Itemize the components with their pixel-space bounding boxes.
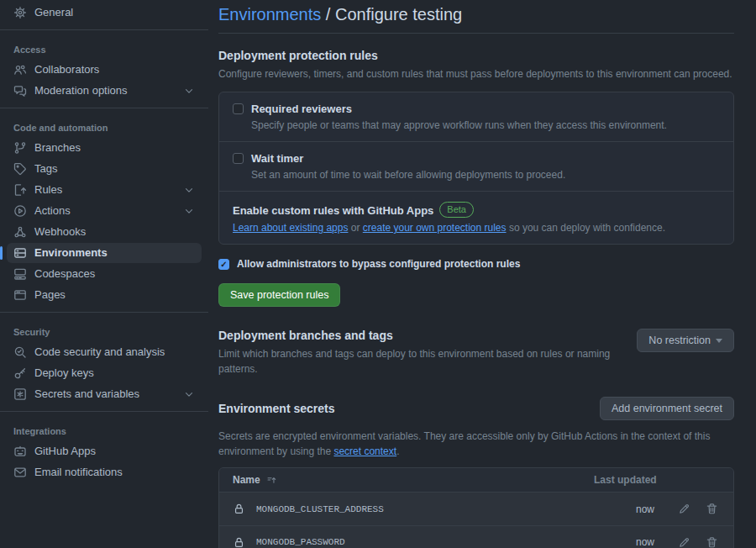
required-reviewers-checkbox[interactable] bbox=[233, 103, 244, 114]
custom-rules-links: Learn about existing apps or create your… bbox=[233, 222, 720, 234]
wait-timer-label[interactable]: Wait timer bbox=[251, 152, 303, 165]
server-icon bbox=[13, 246, 27, 260]
breadcrumb-separator: / bbox=[321, 5, 335, 24]
environment-secrets-description: Secrets are encrypted environment variab… bbox=[218, 429, 711, 459]
sidebar-item-label: Webhooks bbox=[34, 225, 86, 239]
edit-secret-button[interactable] bbox=[676, 501, 692, 517]
chevron-down-icon bbox=[183, 205, 195, 217]
sidebar-divider bbox=[0, 29, 208, 30]
secret-context-link[interactable]: secret context bbox=[333, 445, 396, 457]
sidebar-item-label: Collaborators bbox=[34, 63, 99, 76]
sidebar-item-tags[interactable]: Tags bbox=[7, 159, 202, 179]
wait-timer-checkbox[interactable] bbox=[233, 153, 244, 164]
rule-required-reviewers: Required reviewers Specify people or tea… bbox=[219, 92, 733, 141]
name-column-header[interactable]: Name bbox=[233, 474, 594, 486]
sidebar-item-webhooks[interactable]: Webhooks bbox=[7, 222, 202, 242]
beta-badge: Beta bbox=[439, 202, 474, 218]
learn-existing-apps-link[interactable]: Learn about existing apps bbox=[233, 222, 348, 234]
bypass-checkbox[interactable] bbox=[218, 259, 229, 270]
sidebar-item-collaborators[interactable]: Collaborators bbox=[7, 60, 202, 80]
sidebar-item-rules[interactable]: Rules bbox=[7, 180, 202, 200]
sidebar-item-label: Environments bbox=[34, 246, 108, 260]
sidebar-item-label: Tags bbox=[34, 162, 57, 176]
bypass-row: Allow administrators to bypass configure… bbox=[218, 258, 734, 270]
branch-restriction-value: No restriction bbox=[648, 335, 711, 346]
settings-page: General Access Collaborators Moderation … bbox=[0, 0, 756, 548]
secret-name: MONGODB_PASSWORD bbox=[256, 537, 345, 547]
protection-rules-heading: Deployment protection rules bbox=[218, 49, 734, 62]
sidebar-item-label: Actions bbox=[34, 204, 71, 218]
sidebar-section-code-and-automation: Code and automation bbox=[0, 115, 208, 137]
secrets-table-header: Name Last updated bbox=[219, 468, 733, 493]
main-content: Environments / Configure testing Deploym… bbox=[208, 0, 756, 548]
sidebar-item-pages[interactable]: Pages bbox=[7, 285, 202, 305]
rules-icon bbox=[13, 183, 27, 197]
page-title: Configure testing bbox=[335, 5, 462, 24]
delete-secret-button[interactable] bbox=[704, 535, 720, 548]
sidebar-item-email-notifications[interactable]: Email notifications bbox=[7, 462, 202, 482]
trash-icon bbox=[706, 503, 718, 515]
sidebar-item-label: Pages bbox=[34, 288, 66, 302]
codespaces-icon bbox=[13, 267, 27, 281]
sidebar-item-label: Branches bbox=[34, 141, 81, 155]
gear-icon bbox=[13, 6, 27, 19]
chevron-down-icon bbox=[183, 184, 195, 196]
branch-restriction-dropdown[interactable]: No restriction bbox=[637, 329, 734, 352]
sidebar-item-secrets-and-variables[interactable]: Secrets and variables bbox=[7, 384, 202, 404]
sidebar-item-label: Email notifications bbox=[34, 466, 123, 479]
sidebar-item-actions[interactable]: Actions bbox=[7, 201, 202, 221]
sidebar-item-code-security[interactable]: Code security and analysis bbox=[7, 342, 202, 362]
tag-icon bbox=[13, 162, 27, 176]
secrets-description-text: Secrets are encrypted environment variab… bbox=[218, 430, 710, 457]
custom-rules-or-text: or bbox=[348, 222, 362, 234]
chevron-down-icon bbox=[183, 85, 195, 97]
sidebar-item-codespaces[interactable]: Codespaces bbox=[7, 264, 202, 284]
protection-rules-box: Required reviewers Specify people or tea… bbox=[218, 92, 734, 245]
create-protection-rules-link[interactable]: create your own protection rules bbox=[363, 222, 507, 234]
table-row: MONGODB_PASSWORD now bbox=[219, 525, 733, 548]
required-reviewers-label[interactable]: Required reviewers bbox=[251, 103, 352, 115]
sidebar-item-label: Rules bbox=[34, 183, 62, 197]
people-icon bbox=[13, 63, 27, 76]
rule-wait-timer: Wait timer Set an amount of time to wait… bbox=[219, 141, 733, 191]
sidebar-divider bbox=[0, 312, 208, 313]
breadcrumb-environments-link[interactable]: Environments bbox=[218, 5, 321, 24]
add-environment-secret-button[interactable]: Add environment secret bbox=[600, 397, 734, 420]
secret-updated: now bbox=[636, 536, 654, 548]
secret-name: MONGODB_CLUSTER_ADDRESS bbox=[256, 504, 384, 514]
sidebar-item-general[interactable]: General bbox=[7, 3, 202, 23]
sidebar-item-branches[interactable]: Branches bbox=[7, 138, 202, 158]
deployment-branches-section: Deployment branches and tags Limit which… bbox=[218, 329, 734, 377]
edit-secret-button[interactable] bbox=[676, 535, 692, 548]
sidebar-divider bbox=[0, 108, 208, 108]
sidebar-item-github-apps[interactable]: GitHub Apps bbox=[7, 441, 202, 461]
sidebar-item-label: General bbox=[34, 6, 73, 19]
trash-icon bbox=[706, 536, 718, 548]
sidebar-item-label: Secrets and variables bbox=[34, 387, 139, 401]
breadcrumb: Environments / Configure testing bbox=[218, 3, 734, 34]
environment-secrets-heading: Environment secrets bbox=[218, 402, 335, 415]
chevron-down-icon bbox=[183, 388, 195, 400]
sort-ascending-icon bbox=[266, 475, 277, 486]
sidebar-item-environments[interactable]: Environments bbox=[7, 243, 202, 263]
delete-secret-button[interactable] bbox=[704, 501, 720, 517]
table-row: MONGODB_CLUSTER_ADDRESS now bbox=[219, 493, 733, 525]
last-updated-column-header: Last updated bbox=[594, 474, 720, 486]
mail-icon bbox=[13, 466, 27, 479]
secrets-description-period: . bbox=[396, 445, 399, 457]
settings-sidebar: General Access Collaborators Moderation … bbox=[0, 0, 208, 548]
custom-rules-label: Enable custom rules with GitHub Apps bbox=[233, 204, 433, 217]
environment-secrets-section: Environment secrets Add environment secr… bbox=[218, 397, 734, 548]
save-protection-rules-button[interactable]: Save protection rules bbox=[218, 283, 340, 307]
asterisk-box-icon bbox=[13, 387, 27, 401]
sidebar-item-deploy-keys[interactable]: Deploy keys bbox=[7, 363, 202, 383]
bypass-label[interactable]: Allow administrators to bypass configure… bbox=[237, 258, 520, 270]
sidebar-item-moderation-options[interactable]: Moderation options bbox=[7, 81, 202, 101]
sidebar-item-label: Deploy keys bbox=[34, 366, 94, 380]
secret-updated: now bbox=[636, 503, 654, 515]
play-icon bbox=[13, 204, 27, 218]
sidebar-section-security: Security bbox=[0, 319, 208, 341]
protection-rules-description: Configure reviewers, timers, and custom … bbox=[218, 66, 734, 82]
codescan-icon bbox=[13, 345, 27, 359]
browser-icon bbox=[13, 288, 27, 302]
